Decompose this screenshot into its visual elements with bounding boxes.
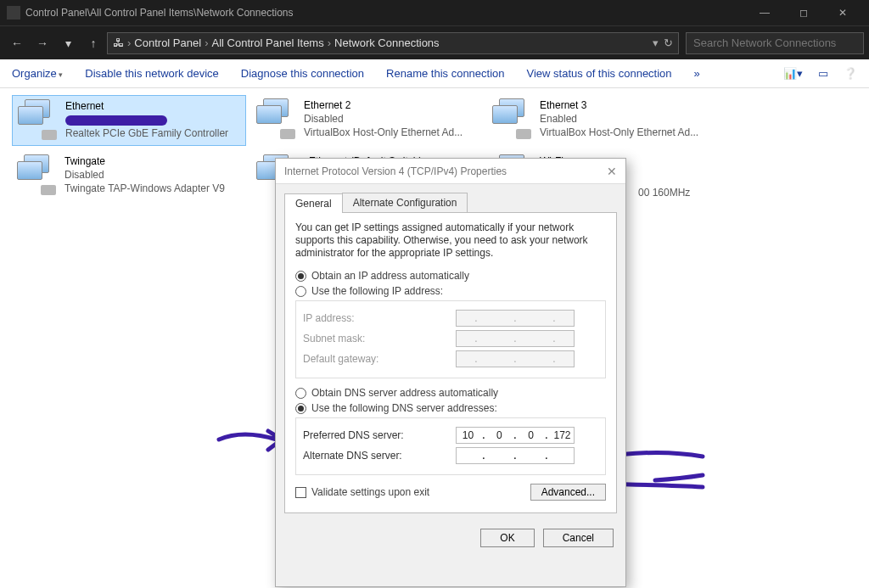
radio-obtain-dns-auto[interactable]: Obtain DNS server address automatically bbox=[295, 387, 606, 399]
back-button[interactable]: ← bbox=[5, 31, 29, 55]
connection-twingate[interactable]: Twingate Disabled Twingate TAP-Windows A… bbox=[12, 151, 246, 202]
connection-ethernet3[interactable]: Ethernet 3 Enabled VirtualBox Host-Only … bbox=[487, 95, 721, 146]
dns-group: Preferred DNS server: 10. 0. 0. 172 Alte… bbox=[295, 417, 606, 475]
connection-ethernet[interactable]: Ethernet Realtek PCIe GbE Family Control… bbox=[12, 95, 246, 146]
pref-dns-label: Preferred DNS server: bbox=[303, 429, 456, 441]
dialog-titlebar: Internet Protocol Version 4 (TCP/IPv4) P… bbox=[276, 159, 625, 184]
subnet-field: ... bbox=[456, 330, 575, 347]
subnet-label: Subnet mask: bbox=[303, 333, 456, 344]
connection-name: Ethernet 2 bbox=[304, 98, 463, 112]
organize-menu[interactable]: Organize bbox=[12, 67, 63, 80]
alt-dns-field[interactable]: ... bbox=[456, 447, 575, 464]
crumb-control-panel[interactable]: Control Panel bbox=[134, 36, 201, 49]
ok-button[interactable]: OK bbox=[480, 529, 534, 547]
validate-label: Validate settings upon exit bbox=[311, 486, 429, 498]
help-icon[interactable]: ❔ bbox=[844, 67, 857, 80]
minimize-button[interactable]: — bbox=[745, 0, 784, 25]
radio-icon bbox=[295, 403, 306, 414]
radio-use-dns[interactable]: Use the following DNS server addresses: bbox=[295, 402, 606, 414]
alt-dns-label: Alternate DNS server: bbox=[303, 450, 456, 462]
radio-use-ip[interactable]: Use the following IP address: bbox=[295, 285, 606, 297]
network-adapter-icon bbox=[256, 98, 297, 139]
window-title: Control Panel\All Control Panel Items\Ne… bbox=[25, 7, 293, 19]
ipv4-properties-dialog: Internet Protocol Version 4 (TCP/IPv4) P… bbox=[275, 158, 626, 587]
advanced-button[interactable]: Advanced... bbox=[530, 484, 606, 501]
validate-checkbox[interactable] bbox=[295, 487, 306, 498]
diagnose-button[interactable]: Diagnose this connection bbox=[241, 67, 364, 80]
radio-label: Use the following IP address: bbox=[311, 285, 443, 297]
connection-status: Disabled bbox=[304, 112, 463, 126]
search-input[interactable] bbox=[686, 32, 864, 54]
up-button[interactable]: ↑ bbox=[81, 31, 105, 55]
validate-row: Validate settings upon exit Advanced... bbox=[295, 484, 606, 501]
connection-status: Enabled bbox=[540, 112, 698, 126]
refresh-icon[interactable]: ↻ bbox=[664, 36, 673, 49]
gateway-label: Default gateway: bbox=[303, 353, 456, 365]
ip-address-label: IP address: bbox=[303, 312, 456, 324]
view-status-button[interactable]: View status of this connection bbox=[527, 67, 672, 80]
dialog-tabs: General Alternate Configuration bbox=[284, 193, 617, 213]
crumb-network[interactable]: Network Connections bbox=[334, 36, 440, 49]
radio-label: Use the following DNS server addresses: bbox=[311, 402, 497, 414]
connection-name: Ethernet bbox=[65, 99, 228, 113]
redacted-marker bbox=[65, 115, 167, 126]
view-options-icon[interactable]: 📊▾ bbox=[783, 67, 803, 80]
connection-name: Twingate bbox=[64, 154, 225, 168]
pref-dns-field[interactable]: 10. 0. 0. 172 bbox=[456, 427, 575, 444]
radio-icon bbox=[295, 286, 306, 297]
gateway-field: ... bbox=[456, 350, 575, 367]
app-icon bbox=[7, 6, 20, 20]
preview-pane-icon[interactable]: ▭ bbox=[818, 67, 828, 80]
ip-address-group: IP address: ... Subnet mask: ... Default… bbox=[295, 300, 606, 378]
radio-icon bbox=[295, 271, 306, 282]
network-adapter-icon bbox=[18, 99, 59, 140]
radio-label: Obtain an IP address automatically bbox=[311, 270, 469, 282]
connection-adapter: VirtualBox Host-Only Ethernet Ad... bbox=[540, 126, 698, 139]
dialog-button-row: OK Cancel bbox=[276, 522, 625, 557]
connection-adapter: Realtek PCIe GbE Family Controller bbox=[65, 126, 228, 140]
recent-dropdown[interactable]: ▾ bbox=[56, 31, 80, 55]
network-adapter-icon bbox=[492, 98, 533, 139]
dialog-close-icon[interactable]: ✕ bbox=[607, 165, 617, 178]
close-button[interactable]: ✕ bbox=[823, 0, 862, 25]
wifi-band-label: 00 160MHz bbox=[638, 187, 690, 199]
tab-body-general: You can get IP settings assigned automat… bbox=[284, 213, 617, 513]
toolbar-overflow[interactable]: » bbox=[694, 67, 700, 80]
maximize-button[interactable]: ◻ bbox=[784, 0, 823, 25]
dialog-title: Internet Protocol Version 4 (TCP/IPv4) P… bbox=[284, 165, 507, 177]
command-bar: Organize Disable this network device Dia… bbox=[0, 59, 869, 88]
forward-button[interactable]: → bbox=[31, 31, 54, 55]
addr-dropdown-icon[interactable]: ▾ bbox=[653, 36, 659, 49]
ip-description: You can get IP settings assigned automat… bbox=[295, 221, 606, 260]
ip-address-field: ... bbox=[456, 310, 575, 327]
radio-label: Obtain DNS server address automatically bbox=[311, 387, 498, 399]
radio-obtain-ip-auto[interactable]: Obtain an IP address automatically bbox=[295, 270, 606, 282]
crumb-all-items[interactable]: All Control Panel Items bbox=[211, 36, 323, 49]
disable-device-button[interactable]: Disable this network device bbox=[85, 67, 219, 80]
radio-icon bbox=[295, 388, 306, 399]
connection-ethernet2[interactable]: Ethernet 2 Disabled VirtualBox Host-Only… bbox=[251, 95, 485, 146]
rename-button[interactable]: Rename this connection bbox=[386, 67, 504, 80]
network-adapter-icon bbox=[17, 154, 58, 195]
connection-adapter: Twingate TAP-Windows Adapter V9 bbox=[64, 182, 225, 195]
connection-adapter: VirtualBox Host-Only Ethernet Ad... bbox=[304, 126, 463, 139]
breadcrumb-icon: 🖧 bbox=[113, 36, 124, 49]
tab-general[interactable]: General bbox=[284, 193, 343, 213]
breadcrumb-bar[interactable]: 🖧 › Control Panel › All Control Panel It… bbox=[107, 32, 679, 54]
window-titlebar: Control Panel\All Control Panel Items\Ne… bbox=[0, 0, 869, 25]
cancel-button[interactable]: Cancel bbox=[543, 529, 614, 547]
connection-status: Disabled bbox=[64, 168, 225, 182]
connection-name: Ethernet 3 bbox=[540, 98, 698, 112]
address-bar-row: ← → ▾ ↑ 🖧 › Control Panel › All Control … bbox=[0, 25, 869, 59]
tab-alternate[interactable]: Alternate Configuration bbox=[342, 193, 468, 212]
